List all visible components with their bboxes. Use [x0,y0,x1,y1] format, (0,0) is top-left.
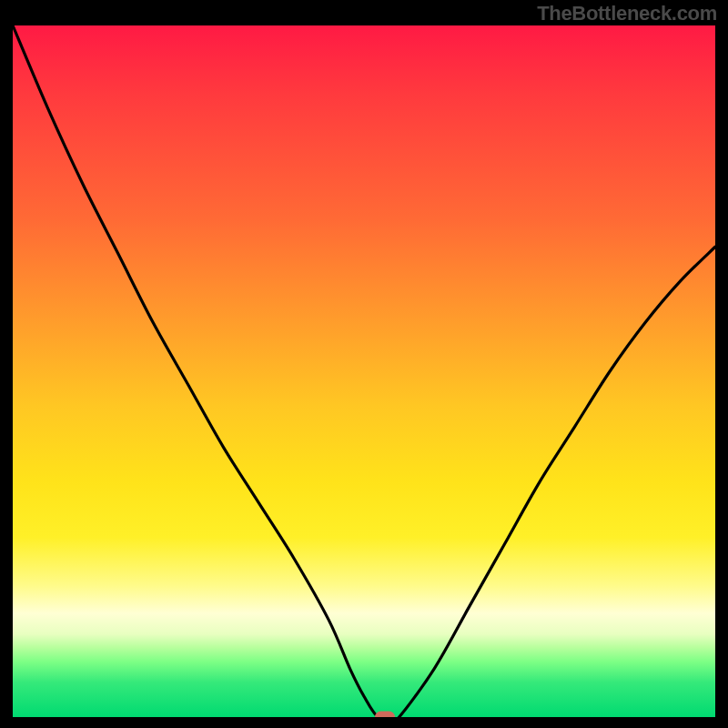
plot-area [13,25,715,717]
watermark-text: TheBottleneck.com [537,2,717,25]
chart-frame: TheBottleneck.com [0,0,728,728]
curve-path [13,25,715,717]
optimal-marker [375,712,395,718]
bottleneck-curve [13,25,715,717]
